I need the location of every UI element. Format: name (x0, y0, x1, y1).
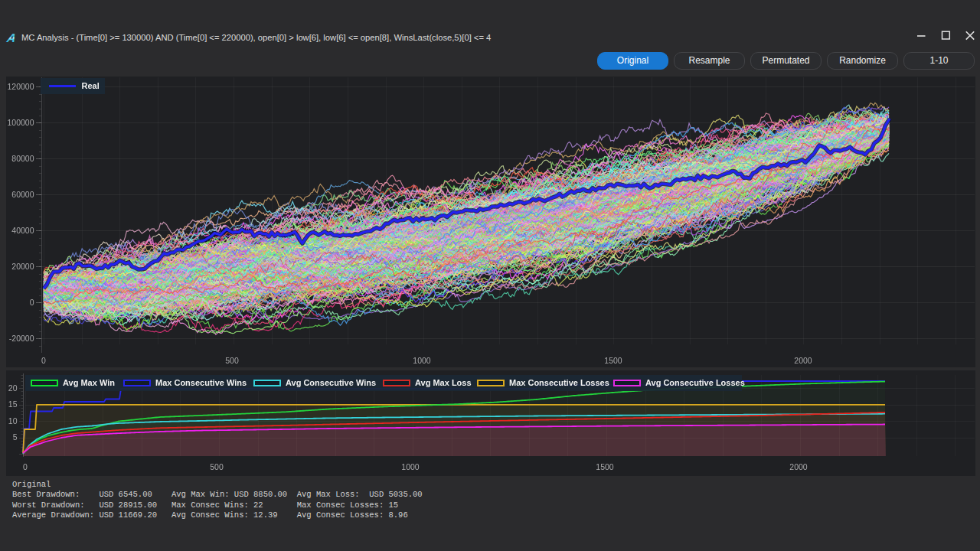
svg-text:A: A (5, 31, 18, 44)
